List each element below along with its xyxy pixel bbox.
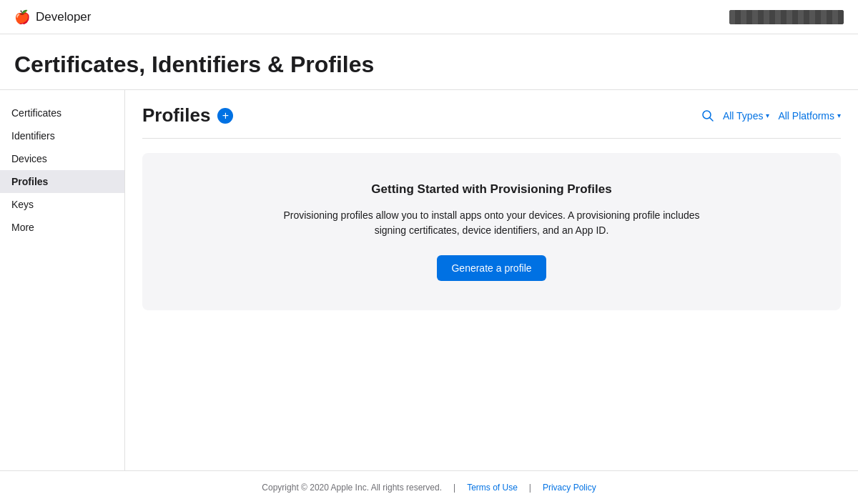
- sidebar-item-identifiers[interactable]: Identifiers: [0, 124, 124, 147]
- all-types-label: All Types: [723, 110, 764, 122]
- content-header: Profiles + All Types ▾ All Platforms ▾: [142, 104, 841, 139]
- empty-state-description: Provisioning profiles allow you to insta…: [277, 208, 706, 238]
- terms-of-use-link[interactable]: Terms of Use: [467, 483, 518, 493]
- add-profile-button[interactable]: +: [217, 108, 233, 124]
- sidebar-item-devices[interactable]: Devices: [0, 147, 124, 170]
- app-title: Developer: [36, 10, 92, 24]
- footer: Copyright © 2020 Apple Inc. All rights r…: [0, 470, 858, 504]
- nav-logo-area: 🍎 Developer: [14, 9, 92, 25]
- sidebar-item-more[interactable]: More: [0, 216, 124, 239]
- sidebar-item-keys[interactable]: Keys: [0, 193, 124, 216]
- sidebar-item-certificates[interactable]: Certificates: [0, 102, 124, 124]
- page-title: Certificates, Identifiers & Profiles: [14, 51, 844, 78]
- all-types-chevron-icon: ▾: [766, 112, 769, 119]
- sidebar: Certificates Identifiers Devices Profile…: [0, 90, 125, 470]
- all-platforms-label: All Platforms: [778, 110, 834, 122]
- footer-divider-2: |: [529, 483, 531, 493]
- user-account-info[interactable]: [729, 10, 844, 24]
- content-title-row: Profiles +: [142, 104, 233, 127]
- empty-state-card: Getting Started with Provisioning Profil…: [142, 153, 841, 310]
- top-nav: 🍎 Developer: [0, 0, 858, 34]
- svg-line-1: [709, 117, 713, 121]
- search-button[interactable]: [701, 109, 714, 122]
- sidebar-item-profiles[interactable]: Profiles: [0, 170, 124, 193]
- privacy-policy-link[interactable]: Privacy Policy: [543, 483, 596, 493]
- nav-user-area: [729, 10, 844, 24]
- all-platforms-chevron-icon: ▾: [837, 112, 841, 119]
- content-title: Profiles: [142, 104, 210, 127]
- empty-state-title: Getting Started with Provisioning Profil…: [371, 182, 611, 197]
- all-platforms-dropdown[interactable]: All Platforms ▾: [778, 110, 841, 122]
- apple-logo-icon: 🍎: [14, 9, 30, 25]
- all-types-dropdown[interactable]: All Types ▾: [723, 110, 770, 122]
- search-icon: [701, 109, 714, 122]
- generate-profile-button[interactable]: Generate a profile: [437, 255, 546, 281]
- content-filters: All Types ▾ All Platforms ▾: [701, 109, 841, 122]
- copyright-text: Copyright © 2020 Apple Inc. All rights r…: [262, 483, 442, 493]
- footer-divider: |: [453, 483, 455, 493]
- content-area: Profiles + All Types ▾ All Platforms ▾: [125, 90, 858, 470]
- page-header: Certificates, Identifiers & Profiles: [0, 34, 858, 90]
- main-layout: Certificates Identifiers Devices Profile…: [0, 90, 858, 470]
